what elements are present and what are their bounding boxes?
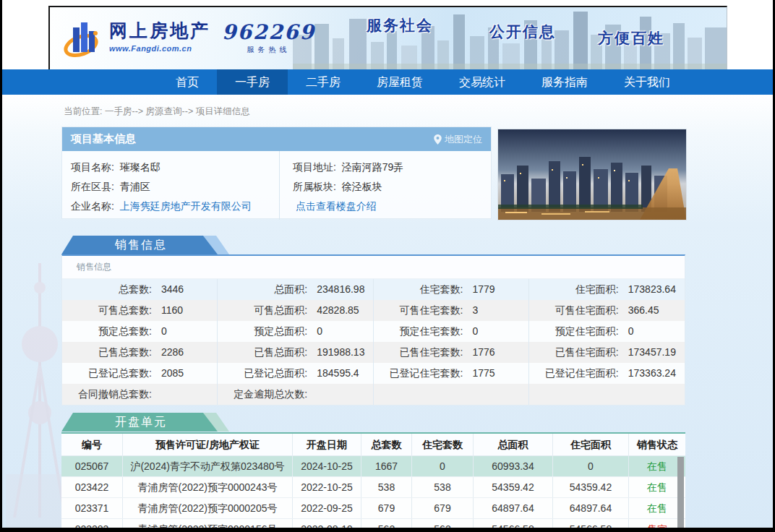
sales-row-total: 总套数:3446 总面积:234816.98 住宅套数:1779 住宅面积:17… xyxy=(62,279,685,300)
project-intro-row: 点击查看楼盘介绍 xyxy=(293,197,491,216)
sales-row-reserved: 预定总套数:0 预定总面积:0 预定住宅套数:0 预定住宅面积:0 xyxy=(62,321,685,342)
sales-row-cancelled: 合同撤销总套数: 定金逾期总次数: xyxy=(62,384,685,405)
banner-slogan-1: 服务社会 xyxy=(367,15,433,35)
hotline-number: 962269 xyxy=(222,20,315,44)
breadcrumb-path: 一手房--> 房源查询--> 项目详细信息 xyxy=(105,106,250,116)
nav-guide[interactable]: 服务指南 xyxy=(523,69,606,95)
units-tab-title: 开盘单元 xyxy=(83,413,199,432)
units-table-header: 编号 预售许可证/房地产权证 开盘日期 总套数 住宅套数 总面积 住宅面积 销售… xyxy=(61,434,685,456)
site-url: www.Fangdi.com.cn xyxy=(109,44,210,53)
banner-slogan-3: 方便百姓 xyxy=(598,28,664,48)
nav-home[interactable]: 首页 xyxy=(158,69,217,95)
service-hotline: 962269 服务热线 xyxy=(222,20,315,55)
project-photo xyxy=(497,129,687,220)
project-district-value: 青浦区 xyxy=(120,181,150,192)
site-logo[interactable]: 网上房地产 www.Fangdi.com.cn 962269 服务热线 xyxy=(63,19,315,59)
nav-statistics[interactable]: 交易统计 xyxy=(441,69,523,95)
company-link[interactable]: 上海隽廷房地产开发有限公司 xyxy=(120,200,252,212)
map-locate-link[interactable]: 地图定位 xyxy=(434,133,482,146)
nav-rental[interactable]: 房屋租赁 xyxy=(359,69,441,95)
project-address-value: 泾南河路79弄 xyxy=(342,161,404,173)
project-district-row: 所在区县: 青浦区 xyxy=(71,177,279,197)
content-area: 当前位置: 一手房--> 房源查询--> 项目详细信息 项目基本信息 地图定位 … xyxy=(0,95,775,528)
project-info-panel: 项目基本信息 地图定位 项目名称: 璀璨名邸 所在区县: xyxy=(61,126,492,219)
sales-section-tab: 销售信息 xyxy=(61,236,229,254)
project-address-row: 项目地址: 泾南河路79弄 xyxy=(293,158,491,177)
fangdi-buildings-icon xyxy=(63,19,102,59)
left-border xyxy=(0,0,2,532)
nav-new-house[interactable]: 一手房 xyxy=(217,69,288,95)
sales-row-available: 可售总套数:1160 可售总面积:42828.85 可售住宅套数:3 可售住宅面… xyxy=(62,300,685,321)
nav-spacer xyxy=(0,69,158,95)
project-panel-title: 项目基本信息 xyxy=(71,132,136,146)
sales-info-panel: 销售信息 总套数:3446 总面积:234816.98 住宅套数:1779 住宅… xyxy=(61,254,685,406)
scrollbar-thumb[interactable] xyxy=(677,457,684,532)
project-name-value: 璀璨名邸 xyxy=(120,161,160,173)
table-scrollbar[interactable] xyxy=(677,457,684,532)
banner-slogan-2: 公开信息 xyxy=(489,22,556,42)
project-block-value: 徐泾板块 xyxy=(342,181,382,192)
project-block-row: 所属板块: 徐泾板块 xyxy=(293,177,491,197)
map-pin-icon xyxy=(434,134,442,145)
bottom-border xyxy=(0,528,775,532)
project-panel-body: 项目名称: 璀璨名邸 所在区县: 青浦区 企业名称: 上海隽廷房地产开发有限公司… xyxy=(62,151,491,220)
map-locate-label: 地图定位 xyxy=(445,133,482,146)
breadcrumb: 当前位置: 一手房--> 房源查询--> 项目详细信息 xyxy=(64,106,250,118)
intro-link[interactable]: 点击查看楼盘介绍 xyxy=(296,200,377,212)
breadcrumb-prefix: 当前位置: xyxy=(64,106,102,116)
sales-subheader: 销售信息 xyxy=(62,256,685,279)
units-section-tab: 开盘单元 xyxy=(61,413,229,432)
project-name-row: 项目名称: 璀璨名邸 xyxy=(71,158,279,177)
site-banner: 网上房地产 www.Fangdi.com.cn 962269 服务热线 服务社会… xyxy=(48,6,727,69)
nav-about[interactable]: 关于我们 xyxy=(606,69,688,95)
project-panel-header: 项目基本信息 地图定位 xyxy=(62,127,491,151)
table-row[interactable]: 025067 沪(2024)青字不动产权第023480号 2024-10-25 … xyxy=(61,456,685,477)
units-table: 编号 预售许可证/房地产权证 开盘日期 总套数 住宅套数 总面积 住宅面积 销售… xyxy=(61,432,685,532)
nav-second-hand[interactable]: 二手房 xyxy=(288,69,359,95)
hotline-label: 服务热线 xyxy=(222,45,315,55)
table-row[interactable]: 023422 青浦房管(2022)预字0000243号 2022-10-25 5… xyxy=(61,477,685,498)
page: 网上房地产 www.Fangdi.com.cn 962269 服务热线 服务社会… xyxy=(0,0,775,532)
site-name: 网上房地产 xyxy=(109,19,210,43)
main-nav: 首页 一手房 二手房 房屋租赁 交易统计 服务指南 关于我们 xyxy=(0,69,775,95)
project-company-row: 企业名称: 上海隽廷房地产开发有限公司 xyxy=(71,197,279,216)
sales-row-sold: 已售总套数:2286 已售总面积:191988.13 已售住宅套数:1776 已… xyxy=(62,342,685,363)
sales-row-registered: 已登记总套数:2085 已登记总面积:184595.4 已登记住宅套数:1775… xyxy=(62,363,685,384)
table-row[interactable]: 023371 青浦房管(2022)预字0000205号 2022-09-25 6… xyxy=(61,498,685,519)
sales-tab-title: 销售信息 xyxy=(83,236,199,254)
